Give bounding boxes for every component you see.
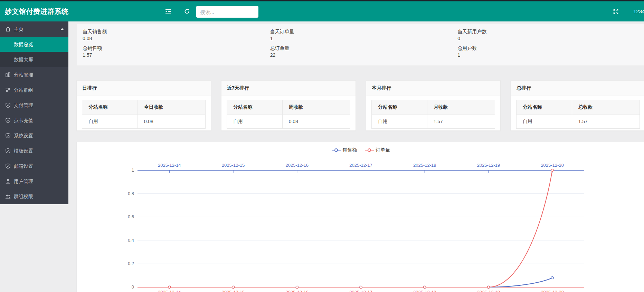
rank-card-week: 近7天排行 分站名称 周收款 自用 0.08 xyxy=(221,80,356,131)
rank-card-title: 总排行 xyxy=(511,81,644,95)
sidebar-item-label: 系统设置 xyxy=(14,133,33,138)
table-row: 自用 1.57 xyxy=(372,115,495,129)
svg-text:1: 1 xyxy=(132,167,134,173)
home-icon xyxy=(5,26,11,32)
rank-table: 分站名称 周收款 自用 0.08 xyxy=(227,100,350,129)
svg-text:0.8: 0.8 xyxy=(128,191,134,196)
stats-col-sales: 当天销售额 0.08 总销售额 1.57 xyxy=(83,27,270,65)
svg-text:0: 0 xyxy=(132,284,134,290)
search-box xyxy=(196,6,258,18)
sidebar-item-data-screen[interactable]: 数据大屏 xyxy=(0,52,68,67)
stat-label: 总销售额 xyxy=(83,45,270,52)
table-header-row: 分站名称 总收款 xyxy=(517,100,640,115)
sidebar-nav: 主页 数据总览 数据大屏 分站管理 分站群组 xyxy=(0,21,68,204)
sidebar-item-group-permissions[interactable]: 群组权限 xyxy=(0,189,68,204)
sidebar-item-label: 分站群组 xyxy=(14,87,33,93)
line-chart: 00.20.40.60.812025-12-142025-12-142025-1… xyxy=(77,142,644,292)
column-header: 周收款 xyxy=(282,100,350,115)
sidebar-item-label: 数据大屏 xyxy=(14,57,33,62)
stat-value: 22 xyxy=(270,52,458,58)
app-title: 妙文馆付费进群系统 xyxy=(5,1,69,21)
search-input[interactable] xyxy=(200,6,256,18)
sidebar-item-system-settings[interactable]: 系统设置 xyxy=(0,128,68,143)
svg-text:2025-12-19: 2025-12-19 xyxy=(477,163,500,168)
sidebar-item-home[interactable]: 主页 xyxy=(0,21,68,37)
shield-check-icon xyxy=(5,102,11,108)
cell-amount: 1.57 xyxy=(427,115,495,129)
sidebar-item-substation-groups[interactable]: 分站群组 xyxy=(0,82,68,98)
svg-text:2025-12-18: 2025-12-18 xyxy=(413,290,436,292)
stat-label: 当天订单量 xyxy=(270,28,458,35)
stats-col-orders: 当天订单量 1 总订单量 22 xyxy=(270,27,458,65)
rank-table: 分站名称 今日收款 自用 0.08 xyxy=(82,100,206,129)
stat-value: 0.08 xyxy=(83,35,270,42)
sidebar-item-label: 邮箱设置 xyxy=(14,163,33,169)
sidebar-item-data-overview[interactable]: 数据总览 xyxy=(0,37,68,52)
column-header: 分站名称 xyxy=(82,100,138,115)
sidebar-item-card-recharge[interactable]: 点卡充值 xyxy=(0,113,68,128)
sidebar-item-label: 分站管理 xyxy=(14,72,33,77)
table-header-row: 分站名称 月收款 xyxy=(372,100,495,115)
cell-site-name: 自用 xyxy=(82,115,138,129)
table-header-row: 分站名称 周收款 xyxy=(227,100,350,115)
columns-icon xyxy=(5,72,11,77)
sidebar-item-substation-manage[interactable]: 分站管理 xyxy=(0,67,68,82)
svg-text:2025-12-17: 2025-12-17 xyxy=(349,163,372,168)
sidebar-item-mail-settings[interactable]: 邮箱设置 xyxy=(0,158,68,174)
sidebar-item-payment-manage[interactable]: 支付管理 xyxy=(0,98,68,113)
refresh-icon[interactable] xyxy=(184,8,190,15)
shield-check-icon xyxy=(5,163,11,169)
username-menu[interactable]: 12345 xyxy=(633,1,644,21)
svg-text:0.4: 0.4 xyxy=(128,238,134,243)
stats-col-users: 当天新用户数 0 总用户数 1 xyxy=(457,27,644,65)
stat-value: 1 xyxy=(270,35,458,42)
column-header: 总收款 xyxy=(572,100,640,115)
shield-check-icon xyxy=(5,118,11,123)
users-icon xyxy=(5,194,11,199)
column-header: 分站名称 xyxy=(227,100,283,115)
rank-table: 分站名称 总收款 自用 1.57 xyxy=(516,100,640,129)
cell-site-name: 自用 xyxy=(517,115,572,129)
svg-text:0.2: 0.2 xyxy=(128,261,134,266)
cell-amount: 0.08 xyxy=(138,115,205,129)
column-header: 分站名称 xyxy=(372,100,427,115)
sales-orders-chart-card: 销售额订单量 00.20.40.60.812025-12-142025-12-1… xyxy=(76,142,644,292)
svg-text:2025-12-16: 2025-12-16 xyxy=(286,163,309,168)
top-navbar: 妙文馆付费进群系统 12345 xyxy=(0,1,644,21)
sidebar-item-label: 主页 xyxy=(14,26,23,32)
svg-text:2025-12-17: 2025-12-17 xyxy=(349,290,372,292)
svg-text:2025-12-14: 2025-12-14 xyxy=(158,163,181,168)
column-header: 月收款 xyxy=(427,100,495,115)
sidebar-item-user-manage[interactable]: 用户管理 xyxy=(0,174,68,189)
rank-card-daily: 日排行 分站名称 今日收款 自用 0.08 xyxy=(76,80,211,131)
table-row: 自用 0.08 xyxy=(227,115,350,129)
svg-text:2025-12-20: 2025-12-20 xyxy=(541,290,564,292)
sidebar-item-template-settings[interactable]: 模板设置 xyxy=(0,143,68,158)
table-header-row: 分站名称 今日收款 xyxy=(82,100,206,115)
cell-site-name: 自用 xyxy=(227,115,283,129)
table-row: 自用 0.08 xyxy=(82,115,206,129)
rank-card-total: 总排行 分站名称 总收款 自用 1.57 xyxy=(511,80,644,131)
sliders-icon xyxy=(5,87,11,93)
sidebar-collapse-icon[interactable] xyxy=(165,8,171,15)
column-header: 今日收款 xyxy=(138,100,205,115)
svg-text:2025-12-18: 2025-12-18 xyxy=(413,163,436,168)
rank-card-title: 本月排行 xyxy=(366,81,500,95)
chevron-up-icon xyxy=(60,28,64,30)
sidebar-item-label: 点卡充值 xyxy=(14,118,33,123)
rank-card-title: 近7天排行 xyxy=(221,81,356,95)
fullscreen-icon[interactable] xyxy=(613,9,619,15)
svg-text:2025-12-15: 2025-12-15 xyxy=(222,163,245,168)
sidebar-item-label: 用户管理 xyxy=(14,179,33,184)
rank-table: 分站名称 月收款 自用 1.57 xyxy=(371,100,495,129)
cell-site-name: 自用 xyxy=(372,115,427,129)
stat-label: 总用户数 xyxy=(457,45,644,52)
svg-text:2025-12-16: 2025-12-16 xyxy=(286,290,309,292)
table-row: 自用 1.57 xyxy=(517,115,640,129)
rank-card-title: 日排行 xyxy=(77,81,211,95)
svg-text:2025-12-15: 2025-12-15 xyxy=(222,290,245,292)
sidebar-item-label: 群组权限 xyxy=(14,194,33,199)
cell-amount: 0.08 xyxy=(282,115,350,129)
svg-text:2025-12-20: 2025-12-20 xyxy=(541,163,564,168)
user-icon xyxy=(5,179,11,184)
